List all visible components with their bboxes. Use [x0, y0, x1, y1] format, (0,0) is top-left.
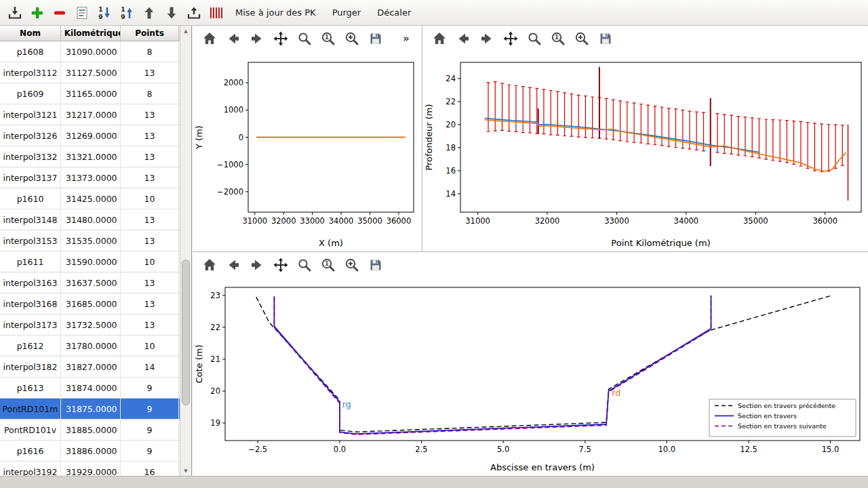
table-row[interactable]: interpol312131217.000013 [0, 104, 180, 125]
plot-save-button[interactable] [597, 30, 614, 47]
move-up-button[interactable] [138, 3, 159, 23]
table-row[interactable]: p161631886.00009 [0, 441, 180, 462]
plot-home-button[interactable] [431, 30, 448, 47]
move-down-button[interactable] [161, 3, 182, 23]
plot-pan-button[interactable] [272, 256, 290, 274]
zoom-plus-icon [344, 257, 360, 273]
plot-zoom-one-button[interactable]: 1 [319, 256, 337, 274]
home-icon [431, 30, 448, 47]
zoom-plus-icon [574, 30, 590, 47]
menu-decaler[interactable]: Décaler [370, 0, 418, 26]
cell-nom: interpol3132 [0, 146, 61, 167]
column-header-nom[interactable]: Nom [0, 26, 61, 41]
plot-home-button[interactable] [201, 30, 218, 47]
table-row[interactable]: p161331874.00009 [0, 378, 180, 399]
section-plot-toolbar: 1 [193, 252, 868, 278]
plot-forward-button[interactable] [248, 256, 266, 274]
plot-back-button[interactable] [224, 30, 242, 47]
table-row[interactable]: interpol315331535.000013 [0, 230, 180, 251]
plot-zoom-plus-button[interactable] [573, 30, 591, 47]
table-row[interactable]: p161031425.000010 [0, 188, 180, 209]
cell-points: 13 [121, 230, 179, 251]
svg-text:34000: 34000 [674, 216, 699, 226]
table-row[interactable]: interpol311231127.500013 [0, 62, 180, 83]
add-icon [29, 5, 45, 21]
svg-text:2000: 2000 [224, 78, 243, 87]
svg-text:X (m): X (m) [319, 238, 343, 248]
table-row[interactable]: interpol319231929.000016 [0, 462, 180, 476]
cell-nom: p1613 [0, 378, 61, 398]
plot-forward-button[interactable] [248, 30, 266, 47]
table-row[interactable]: PontRD101v31885.00009 [0, 420, 180, 441]
plot-zoom-one-button[interactable]: 1 [319, 30, 337, 47]
plot-save-button[interactable] [367, 256, 384, 274]
svg-text:1: 1 [98, 6, 102, 13]
table-row[interactable]: p161231780.000010 [0, 336, 180, 357]
scrollbar-up-arrow-icon[interactable]: ▲ [180, 26, 191, 36]
table-vertical-scrollbar[interactable]: ▲ ▼ [180, 26, 191, 476]
cell-nom: PontRD101v [0, 420, 61, 440]
cell-pk: 31637.5000 [61, 272, 121, 293]
plot-zoom-one-button[interactable]: 1 [549, 30, 567, 47]
edit-form-button[interactable] [71, 3, 92, 23]
plot-zoom-button[interactable] [296, 30, 313, 47]
plot-back-button[interactable] [224, 256, 242, 274]
cell-nom: interpol3126 [0, 125, 61, 146]
cell-nom: interpol3182 [0, 357, 61, 377]
import-button[interactable] [4, 3, 25, 23]
column-header-points[interactable]: Points [121, 26, 179, 41]
scrollbar-down-arrow-icon[interactable]: ▼ [180, 466, 191, 476]
sort-descending-button[interactable]: 19 [116, 3, 137, 23]
cross-section-figure[interactable]: −2.50.02.55.07.510.012.515.01920212223Ab… [193, 278, 868, 476]
table-row[interactable]: PontRD101m31875.00009 [0, 399, 180, 420]
cell-pk: 31780.0000 [61, 336, 121, 356]
toolbar-overflow-chevron[interactable]: » [403, 33, 410, 45]
table-row[interactable]: interpol313231321.000013 [0, 146, 180, 167]
plot-zoom-button[interactable] [526, 30, 543, 47]
longitudinal-profile-figure[interactable]: 3100032000330003400035000360001416182022… [422, 52, 868, 251]
table-row[interactable]: interpol314831480.000013 [0, 209, 180, 230]
svg-text:34000: 34000 [329, 216, 354, 226]
plot-zoom-plus-button[interactable] [343, 30, 361, 47]
menu-mise-a-jour-pk[interactable]: Mise à jour des PK [228, 0, 323, 26]
table-row[interactable]: interpol318231827.000014 [0, 357, 180, 378]
table-row[interactable]: interpol313731373.000013 [0, 167, 180, 188]
table-row[interactable]: interpol316831685.000013 [0, 293, 180, 314]
sort-ascending-icon: 19 [96, 5, 113, 21]
menu-purger[interactable]: Purger [325, 0, 369, 26]
table-row[interactable]: p161131590.000010 [0, 251, 180, 272]
plot-zoom-plus-button[interactable] [343, 256, 361, 274]
cell-pk: 31480.0000 [61, 209, 121, 230]
table-row[interactable]: p160831090.00008 [0, 41, 180, 62]
table-row[interactable]: interpol312631269.000013 [0, 125, 180, 146]
svg-text:31000: 31000 [242, 216, 267, 226]
scrollbar-thumb[interactable] [182, 260, 190, 405]
plan-view-figure[interactable]: 310003200033000340003500036000−2000−1000… [193, 52, 422, 251]
cell-pk: 31590.0000 [61, 251, 121, 272]
sections-button[interactable] [205, 3, 226, 23]
table-body: p160831090.00008interpol311231127.500013… [0, 41, 180, 476]
cell-nom: interpol3173 [0, 314, 61, 335]
svg-text:5.0: 5.0 [497, 445, 509, 454]
svg-text:32000: 32000 [271, 216, 296, 226]
svg-text:Y (m): Y (m) [194, 125, 204, 150]
table-row[interactable]: interpol317331732.500013 [0, 314, 180, 336]
column-header-pk[interactable]: t Kilométrique [61, 26, 121, 41]
plot-home-button[interactable] [201, 256, 218, 274]
plot-back-button[interactable] [454, 30, 472, 47]
table-row[interactable]: p160931165.00008 [0, 83, 180, 104]
plot-pan-button[interactable] [502, 30, 519, 47]
pan-icon [273, 257, 289, 273]
export-button[interactable] [183, 3, 204, 23]
svg-text:1: 1 [325, 34, 329, 41]
plot-pan-button[interactable] [272, 30, 290, 47]
table-row[interactable]: interpol316331637.500013 [0, 272, 180, 293]
plot-save-button[interactable] [367, 30, 384, 47]
save-icon [368, 30, 384, 47]
remove-button[interactable] [49, 3, 70, 23]
cell-pk: 31885.0000 [61, 420, 121, 440]
plot-zoom-button[interactable] [296, 256, 313, 274]
plot-forward-button[interactable] [478, 30, 496, 47]
sort-ascending-button[interactable]: 19 [94, 3, 115, 23]
add-button[interactable] [26, 3, 47, 23]
